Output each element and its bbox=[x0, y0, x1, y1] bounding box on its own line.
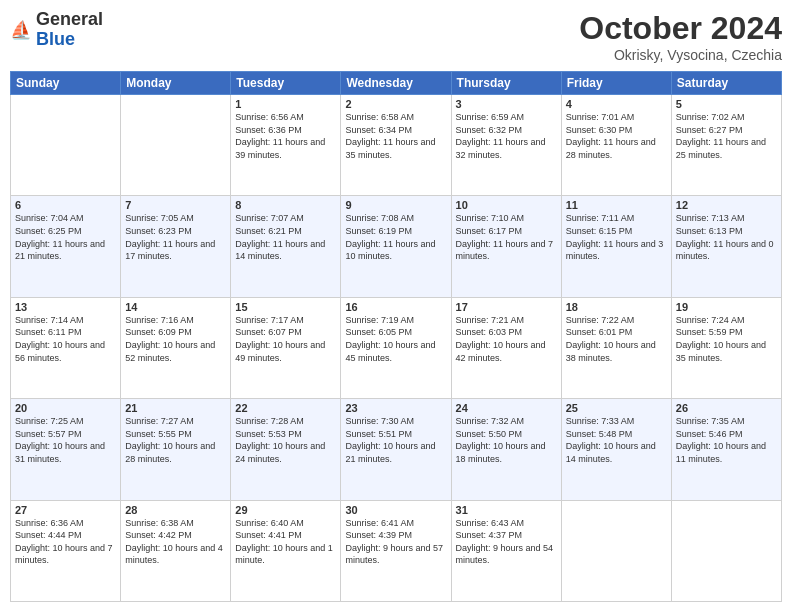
calendar-week-5: 27Sunrise: 6:36 AMSunset: 4:44 PMDayligh… bbox=[11, 500, 782, 601]
col-sunday: Sunday bbox=[11, 72, 121, 95]
day-info: Sunrise: 7:02 AMSunset: 6:27 PMDaylight:… bbox=[676, 111, 777, 161]
day-number: 10 bbox=[456, 199, 557, 211]
day-number: 3 bbox=[456, 98, 557, 110]
day-info: Sunrise: 7:01 AMSunset: 6:30 PMDaylight:… bbox=[566, 111, 667, 161]
location-subtitle: Okrisky, Vysocina, Czechia bbox=[579, 47, 782, 63]
day-number: 28 bbox=[125, 504, 226, 516]
calendar-week-3: 13Sunrise: 7:14 AMSunset: 6:11 PMDayligh… bbox=[11, 297, 782, 398]
title-section: October 2024 Okrisky, Vysocina, Czechia bbox=[579, 10, 782, 63]
day-number: 21 bbox=[125, 402, 226, 414]
calendar-week-2: 6Sunrise: 7:04 AMSunset: 6:25 PMDaylight… bbox=[11, 196, 782, 297]
table-row: 11Sunrise: 7:11 AMSunset: 6:15 PMDayligh… bbox=[561, 196, 671, 297]
table-row: 12Sunrise: 7:13 AMSunset: 6:13 PMDayligh… bbox=[671, 196, 781, 297]
day-info: Sunrise: 7:11 AMSunset: 6:15 PMDaylight:… bbox=[566, 212, 667, 262]
day-info: Sunrise: 6:40 AMSunset: 4:41 PMDaylight:… bbox=[235, 517, 336, 567]
table-row: 18Sunrise: 7:22 AMSunset: 6:01 PMDayligh… bbox=[561, 297, 671, 398]
table-row: 21Sunrise: 7:27 AMSunset: 5:55 PMDayligh… bbox=[121, 399, 231, 500]
calendar-week-1: 1Sunrise: 6:56 AMSunset: 6:36 PMDaylight… bbox=[11, 95, 782, 196]
calendar-header-row: Sunday Monday Tuesday Wednesday Thursday… bbox=[11, 72, 782, 95]
col-wednesday: Wednesday bbox=[341, 72, 451, 95]
table-row: 26Sunrise: 7:35 AMSunset: 5:46 PMDayligh… bbox=[671, 399, 781, 500]
day-number: 20 bbox=[15, 402, 116, 414]
day-number: 2 bbox=[345, 98, 446, 110]
logo-blue: Blue bbox=[36, 29, 75, 49]
table-row: 24Sunrise: 7:32 AMSunset: 5:50 PMDayligh… bbox=[451, 399, 561, 500]
table-row bbox=[11, 95, 121, 196]
table-row: 6Sunrise: 7:04 AMSunset: 6:25 PMDaylight… bbox=[11, 196, 121, 297]
table-row: 25Sunrise: 7:33 AMSunset: 5:48 PMDayligh… bbox=[561, 399, 671, 500]
table-row: 2Sunrise: 6:58 AMSunset: 6:34 PMDaylight… bbox=[341, 95, 451, 196]
day-info: Sunrise: 7:30 AMSunset: 5:51 PMDaylight:… bbox=[345, 415, 446, 465]
logo: ⛵ General Blue bbox=[10, 10, 103, 50]
day-info: Sunrise: 7:13 AMSunset: 6:13 PMDaylight:… bbox=[676, 212, 777, 262]
day-info: Sunrise: 7:07 AMSunset: 6:21 PMDaylight:… bbox=[235, 212, 336, 262]
calendar-week-4: 20Sunrise: 7:25 AMSunset: 5:57 PMDayligh… bbox=[11, 399, 782, 500]
table-row: 4Sunrise: 7:01 AMSunset: 6:30 PMDaylight… bbox=[561, 95, 671, 196]
table-row: 20Sunrise: 7:25 AMSunset: 5:57 PMDayligh… bbox=[11, 399, 121, 500]
header: ⛵ General Blue October 2024 Okrisky, Vys… bbox=[10, 10, 782, 63]
logo-icon: ⛵ bbox=[10, 18, 34, 42]
day-info: Sunrise: 7:10 AMSunset: 6:17 PMDaylight:… bbox=[456, 212, 557, 262]
day-number: 18 bbox=[566, 301, 667, 313]
day-number: 27 bbox=[15, 504, 116, 516]
logo-text: General Blue bbox=[36, 10, 103, 50]
calendar: Sunday Monday Tuesday Wednesday Thursday… bbox=[10, 71, 782, 602]
day-number: 4 bbox=[566, 98, 667, 110]
table-row: 30Sunrise: 6:41 AMSunset: 4:39 PMDayligh… bbox=[341, 500, 451, 601]
day-info: Sunrise: 7:35 AMSunset: 5:46 PMDaylight:… bbox=[676, 415, 777, 465]
day-number: 1 bbox=[235, 98, 336, 110]
day-number: 14 bbox=[125, 301, 226, 313]
col-friday: Friday bbox=[561, 72, 671, 95]
day-info: Sunrise: 7:17 AMSunset: 6:07 PMDaylight:… bbox=[235, 314, 336, 364]
day-number: 17 bbox=[456, 301, 557, 313]
page: ⛵ General Blue October 2024 Okrisky, Vys… bbox=[0, 0, 792, 612]
day-number: 22 bbox=[235, 402, 336, 414]
day-number: 8 bbox=[235, 199, 336, 211]
day-info: Sunrise: 6:56 AMSunset: 6:36 PMDaylight:… bbox=[235, 111, 336, 161]
day-info: Sunrise: 6:59 AMSunset: 6:32 PMDaylight:… bbox=[456, 111, 557, 161]
day-info: Sunrise: 7:24 AMSunset: 5:59 PMDaylight:… bbox=[676, 314, 777, 364]
table-row bbox=[671, 500, 781, 601]
day-info: Sunrise: 7:22 AMSunset: 6:01 PMDaylight:… bbox=[566, 314, 667, 364]
day-number: 13 bbox=[15, 301, 116, 313]
table-row: 23Sunrise: 7:30 AMSunset: 5:51 PMDayligh… bbox=[341, 399, 451, 500]
day-number: 12 bbox=[676, 199, 777, 211]
table-row: 13Sunrise: 7:14 AMSunset: 6:11 PMDayligh… bbox=[11, 297, 121, 398]
day-info: Sunrise: 7:27 AMSunset: 5:55 PMDaylight:… bbox=[125, 415, 226, 465]
day-number: 19 bbox=[676, 301, 777, 313]
day-number: 29 bbox=[235, 504, 336, 516]
day-info: Sunrise: 7:28 AMSunset: 5:53 PMDaylight:… bbox=[235, 415, 336, 465]
day-info: Sunrise: 6:36 AMSunset: 4:44 PMDaylight:… bbox=[15, 517, 116, 567]
day-number: 5 bbox=[676, 98, 777, 110]
col-tuesday: Tuesday bbox=[231, 72, 341, 95]
day-number: 16 bbox=[345, 301, 446, 313]
day-info: Sunrise: 6:41 AMSunset: 4:39 PMDaylight:… bbox=[345, 517, 446, 567]
day-info: Sunrise: 7:33 AMSunset: 5:48 PMDaylight:… bbox=[566, 415, 667, 465]
col-monday: Monday bbox=[121, 72, 231, 95]
day-info: Sunrise: 6:43 AMSunset: 4:37 PMDaylight:… bbox=[456, 517, 557, 567]
table-row: 19Sunrise: 7:24 AMSunset: 5:59 PMDayligh… bbox=[671, 297, 781, 398]
month-title: October 2024 bbox=[579, 10, 782, 47]
table-row bbox=[121, 95, 231, 196]
day-info: Sunrise: 6:38 AMSunset: 4:42 PMDaylight:… bbox=[125, 517, 226, 567]
svg-text:⛵: ⛵ bbox=[10, 18, 32, 40]
day-info: Sunrise: 6:58 AMSunset: 6:34 PMDaylight:… bbox=[345, 111, 446, 161]
table-row bbox=[561, 500, 671, 601]
day-number: 15 bbox=[235, 301, 336, 313]
day-number: 7 bbox=[125, 199, 226, 211]
logo-general: General bbox=[36, 9, 103, 29]
table-row: 15Sunrise: 7:17 AMSunset: 6:07 PMDayligh… bbox=[231, 297, 341, 398]
table-row: 7Sunrise: 7:05 AMSunset: 6:23 PMDaylight… bbox=[121, 196, 231, 297]
day-info: Sunrise: 7:05 AMSunset: 6:23 PMDaylight:… bbox=[125, 212, 226, 262]
day-number: 30 bbox=[345, 504, 446, 516]
day-number: 6 bbox=[15, 199, 116, 211]
day-info: Sunrise: 7:04 AMSunset: 6:25 PMDaylight:… bbox=[15, 212, 116, 262]
col-thursday: Thursday bbox=[451, 72, 561, 95]
table-row: 1Sunrise: 6:56 AMSunset: 6:36 PMDaylight… bbox=[231, 95, 341, 196]
day-number: 25 bbox=[566, 402, 667, 414]
table-row: 31Sunrise: 6:43 AMSunset: 4:37 PMDayligh… bbox=[451, 500, 561, 601]
table-row: 27Sunrise: 6:36 AMSunset: 4:44 PMDayligh… bbox=[11, 500, 121, 601]
day-info: Sunrise: 7:08 AMSunset: 6:19 PMDaylight:… bbox=[345, 212, 446, 262]
day-info: Sunrise: 7:19 AMSunset: 6:05 PMDaylight:… bbox=[345, 314, 446, 364]
day-info: Sunrise: 7:16 AMSunset: 6:09 PMDaylight:… bbox=[125, 314, 226, 364]
